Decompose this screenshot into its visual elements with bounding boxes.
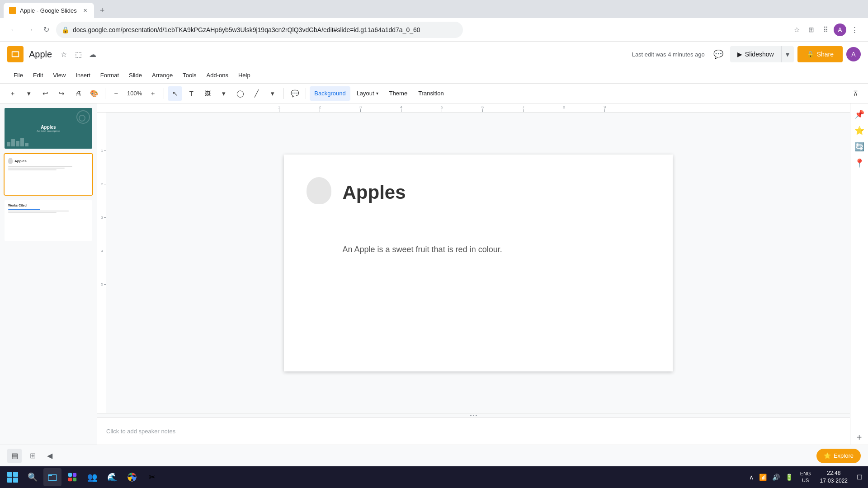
taskbar-teams-icon[interactable]: 👥 xyxy=(83,468,101,486)
active-tab[interactable]: Apple - Google Slides ✕ xyxy=(4,3,94,18)
insert-dropdown-button[interactable]: ▾ xyxy=(22,86,36,101)
bookmark-manager-icon[interactable]: ⊞ xyxy=(805,23,817,36)
taskbar-search-button[interactable]: 🔍 xyxy=(24,468,42,486)
right-panel-add-button[interactable]: + xyxy=(852,430,867,445)
cloud-save-icon[interactable]: ☁ xyxy=(86,48,99,61)
footer: ▤ ⊞ ◀ ⭐ Explore xyxy=(0,445,868,466)
line-dropdown[interactable]: ▾ xyxy=(265,86,280,101)
slideshow-label: Slideshow xyxy=(745,51,774,58)
google-apps-icon[interactable]: ⠿ xyxy=(819,23,832,36)
move-to-drive-icon[interactable]: ⬚ xyxy=(72,48,85,61)
image-tool[interactable]: 🖼 xyxy=(200,86,215,101)
start-button[interactable] xyxy=(4,468,22,486)
taskbar-chrome-icon[interactable] xyxy=(123,468,141,486)
notes-dot-1 xyxy=(470,415,472,416)
slide1-decoration-circle2 xyxy=(79,115,85,122)
select-tool[interactable]: ↖ xyxy=(168,86,182,101)
slideshow-main-button[interactable]: ▶ Slideshow xyxy=(730,46,781,62)
menu-addons[interactable]: Add-ons xyxy=(202,69,233,81)
comment-toolbar-button[interactable]: 💬 xyxy=(288,86,302,101)
taskbar-widgets-icon[interactable] xyxy=(63,468,81,486)
taskbar-edge-icon[interactable]: 🌊 xyxy=(103,468,121,486)
text-box-tool[interactable]: T xyxy=(184,86,198,101)
language-indicator[interactable]: ENGUS xyxy=(798,469,813,486)
zoom-in-button[interactable]: + xyxy=(146,86,160,101)
layout-button[interactable]: Layout ▾ xyxy=(352,86,383,101)
notes-resize-handle[interactable] xyxy=(97,413,850,418)
menu-format[interactable]: Format xyxy=(96,69,123,81)
slide-canvas[interactable]: Apples An Apple is a sweet fruit that is… xyxy=(284,155,673,371)
shape-tool[interactable]: ◯ xyxy=(233,86,247,101)
more-options-icon[interactable]: ⋮ xyxy=(848,23,861,36)
undo-button[interactable]: ↩ xyxy=(38,86,52,101)
redo-button[interactable]: ↪ xyxy=(54,86,69,101)
slide-thumbnail-1[interactable]: 1 Apples An brief description xyxy=(4,107,93,150)
systray-network-icon[interactable]: 📶 xyxy=(757,472,769,483)
canvas-wrapper[interactable]: Apples An Apple is a sweet fruit that is… xyxy=(106,113,850,413)
menu-file[interactable]: File xyxy=(9,69,28,81)
theme-button[interactable]: Theme xyxy=(385,86,412,101)
toggle-ruler-button[interactable]: ⊼ xyxy=(848,86,863,101)
menu-view[interactable]: View xyxy=(48,69,70,81)
slide-thumbnail-3[interactable]: 3 Works Cited xyxy=(4,199,93,242)
svg-rect-4 xyxy=(68,473,72,477)
systray-sound-icon[interactable]: 🔊 xyxy=(770,472,782,483)
transition-button[interactable]: Transition xyxy=(414,86,448,101)
slide-heading[interactable]: Apples xyxy=(343,182,406,203)
menu-tools[interactable]: Tools xyxy=(178,69,201,81)
new-tab-button[interactable]: + xyxy=(96,4,108,17)
taskbar-clock[interactable]: 22:48 17-03-2022 xyxy=(816,468,851,487)
editor-area: 1 2 3 4 5 6 7 8 9 xyxy=(97,103,850,445)
taskbar-file-explorer-icon[interactable] xyxy=(43,468,61,486)
explore-button[interactable]: ⭐ Explore xyxy=(816,449,861,463)
right-panel-refresh-icon[interactable]: 🔄 xyxy=(852,140,867,154)
ruler-v-tick-1: 1 xyxy=(101,149,106,153)
notes-area[interactable]: Click to add speaker notes xyxy=(97,418,850,445)
forward-button[interactable]: → xyxy=(24,23,36,36)
user-avatar[interactable]: A xyxy=(846,47,861,61)
right-panel-map-icon[interactable]: 📍 xyxy=(852,156,867,170)
right-panel-star-icon[interactable]: ⭐ xyxy=(852,123,867,138)
grid-view-button[interactable]: ⊞ xyxy=(25,449,40,463)
slide-thumbnail-2[interactable]: 2 Apples xyxy=(4,153,93,196)
systray-battery-icon[interactable]: 🔋 xyxy=(783,472,795,483)
slideshow-dropdown-button[interactable]: ▾ xyxy=(781,46,794,62)
taskbar-snip-icon[interactable]: ✂ xyxy=(143,468,161,486)
app-title: Apple xyxy=(29,49,52,60)
tab-close-button[interactable]: ✕ xyxy=(81,7,89,14)
star-icon[interactable]: ☆ xyxy=(57,48,70,61)
image-dropdown[interactable]: ▾ xyxy=(217,86,231,101)
paint-format-button[interactable]: 🎨 xyxy=(87,86,101,101)
menu-insert[interactable]: Insert xyxy=(71,69,95,81)
slide-thumb-inner-2: Apples xyxy=(4,153,93,196)
notification-icon[interactable]: ☐ xyxy=(855,472,864,483)
print-button[interactable]: 🖨 xyxy=(71,86,85,101)
back-button[interactable]: ← xyxy=(7,23,20,36)
collapse-panel-button[interactable]: ◀ xyxy=(43,450,56,462)
slide1-bars xyxy=(7,137,90,146)
comment-button[interactable]: 💬 xyxy=(710,46,726,62)
share-button[interactable]: 🔒 Share xyxy=(797,46,843,62)
menu-slide[interactable]: Slide xyxy=(124,69,146,81)
notes-dot-2 xyxy=(473,415,474,416)
svg-rect-7 xyxy=(73,478,76,481)
ruler-h-inner: 1 2 3 4 5 6 7 8 9 xyxy=(97,103,850,112)
refresh-button[interactable]: ↻ xyxy=(40,23,52,36)
right-panel-keep-icon[interactable]: 📌 xyxy=(852,107,867,122)
menu-help[interactable]: Help xyxy=(234,69,255,81)
slide-body-text[interactable]: An Apple is a sweet fruit that is red in… xyxy=(343,245,502,254)
zoom-out-button[interactable]: − xyxy=(109,86,123,101)
user-profile-button[interactable]: A xyxy=(834,23,846,36)
editor-body: 1 2 3 4 5 xyxy=(97,113,850,413)
line-tool[interactable]: ╱ xyxy=(249,86,264,101)
insert-new-button[interactable]: + xyxy=(5,86,20,101)
filmstrip-view-button[interactable]: ▤ xyxy=(7,449,22,463)
menu-edit[interactable]: Edit xyxy=(28,69,47,81)
background-button[interactable]: Background xyxy=(310,86,350,101)
bookmark-icon[interactable]: ☆ xyxy=(790,23,803,36)
systray-expand-icon[interactable]: ∧ xyxy=(747,472,755,483)
menu-arrange[interactable]: Arrange xyxy=(147,69,177,81)
taskbar-right: ∧ 📶 🔊 🔋 ENGUS 22:48 17-03-2022 ☐ xyxy=(747,468,864,487)
url-bar[interactable]: 🔒 docs.google.com/presentation/d/1ebTKA9… xyxy=(56,22,463,38)
zoom-text[interactable]: 100% xyxy=(125,86,144,101)
